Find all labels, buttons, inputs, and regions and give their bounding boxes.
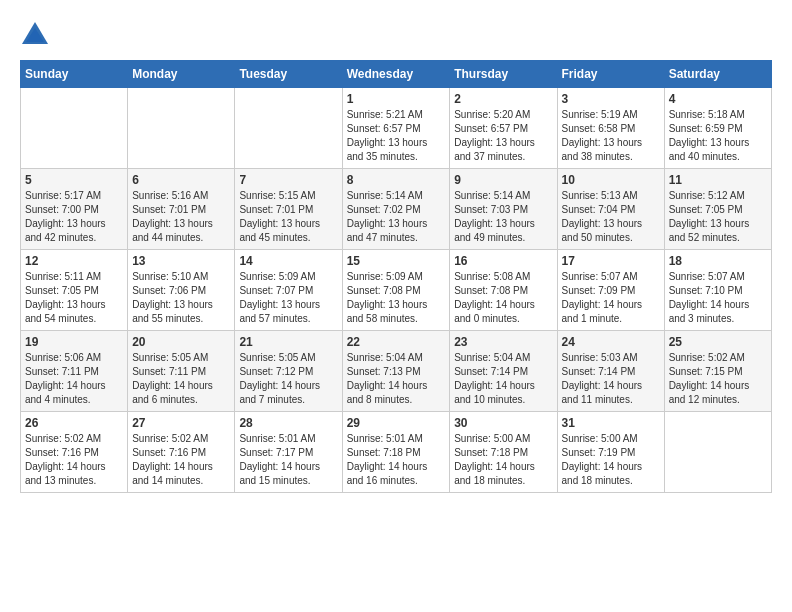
calendar-header: SundayMondayTuesdayWednesdayThursdayFrid… [21,61,772,88]
calendar-day-cell: 14Sunrise: 5:09 AM Sunset: 7:07 PM Dayli… [235,250,342,331]
day-detail: Sunrise: 5:19 AM Sunset: 6:58 PM Dayligh… [562,108,660,164]
calendar-day-cell: 25Sunrise: 5:02 AM Sunset: 7:15 PM Dayli… [664,331,771,412]
day-number: 17 [562,254,660,268]
calendar-day-cell: 12Sunrise: 5:11 AM Sunset: 7:05 PM Dayli… [21,250,128,331]
day-number: 1 [347,92,446,106]
header [20,20,772,50]
day-detail: Sunrise: 5:03 AM Sunset: 7:14 PM Dayligh… [562,351,660,407]
day-detail: Sunrise: 5:01 AM Sunset: 7:18 PM Dayligh… [347,432,446,488]
day-detail: Sunrise: 5:18 AM Sunset: 6:59 PM Dayligh… [669,108,767,164]
calendar-day-cell [21,88,128,169]
day-number: 26 [25,416,123,430]
calendar-day-cell: 5Sunrise: 5:17 AM Sunset: 7:00 PM Daylig… [21,169,128,250]
day-number: 23 [454,335,552,349]
day-number: 5 [25,173,123,187]
day-detail: Sunrise: 5:08 AM Sunset: 7:08 PM Dayligh… [454,270,552,326]
calendar-day-cell [128,88,235,169]
calendar-day-cell: 18Sunrise: 5:07 AM Sunset: 7:10 PM Dayli… [664,250,771,331]
day-detail: Sunrise: 5:14 AM Sunset: 7:03 PM Dayligh… [454,189,552,245]
day-detail: Sunrise: 5:04 AM Sunset: 7:13 PM Dayligh… [347,351,446,407]
day-number: 2 [454,92,552,106]
day-number: 24 [562,335,660,349]
calendar-day-cell [235,88,342,169]
calendar-day-cell: 28Sunrise: 5:01 AM Sunset: 7:17 PM Dayli… [235,412,342,493]
weekday-header: Tuesday [235,61,342,88]
calendar-day-cell: 26Sunrise: 5:02 AM Sunset: 7:16 PM Dayli… [21,412,128,493]
day-detail: Sunrise: 5:07 AM Sunset: 7:09 PM Dayligh… [562,270,660,326]
calendar-week-row: 5Sunrise: 5:17 AM Sunset: 7:00 PM Daylig… [21,169,772,250]
weekday-header: Thursday [450,61,557,88]
day-number: 12 [25,254,123,268]
day-number: 11 [669,173,767,187]
calendar-day-cell: 11Sunrise: 5:12 AM Sunset: 7:05 PM Dayli… [664,169,771,250]
logo-icon [20,20,50,50]
day-detail: Sunrise: 5:09 AM Sunset: 7:08 PM Dayligh… [347,270,446,326]
day-number: 30 [454,416,552,430]
calendar-day-cell: 4Sunrise: 5:18 AM Sunset: 6:59 PM Daylig… [664,88,771,169]
day-number: 15 [347,254,446,268]
day-detail: Sunrise: 5:16 AM Sunset: 7:01 PM Dayligh… [132,189,230,245]
calendar-week-row: 26Sunrise: 5:02 AM Sunset: 7:16 PM Dayli… [21,412,772,493]
day-number: 8 [347,173,446,187]
day-detail: Sunrise: 5:13 AM Sunset: 7:04 PM Dayligh… [562,189,660,245]
day-number: 7 [239,173,337,187]
day-number: 10 [562,173,660,187]
calendar-day-cell: 20Sunrise: 5:05 AM Sunset: 7:11 PM Dayli… [128,331,235,412]
calendar-day-cell: 1Sunrise: 5:21 AM Sunset: 6:57 PM Daylig… [342,88,450,169]
calendar-week-row: 1Sunrise: 5:21 AM Sunset: 6:57 PM Daylig… [21,88,772,169]
day-number: 6 [132,173,230,187]
day-detail: Sunrise: 5:06 AM Sunset: 7:11 PM Dayligh… [25,351,123,407]
day-number: 3 [562,92,660,106]
calendar-day-cell: 17Sunrise: 5:07 AM Sunset: 7:09 PM Dayli… [557,250,664,331]
day-detail: Sunrise: 5:14 AM Sunset: 7:02 PM Dayligh… [347,189,446,245]
day-detail: Sunrise: 5:00 AM Sunset: 7:18 PM Dayligh… [454,432,552,488]
calendar-day-cell: 10Sunrise: 5:13 AM Sunset: 7:04 PM Dayli… [557,169,664,250]
calendar-body: 1Sunrise: 5:21 AM Sunset: 6:57 PM Daylig… [21,88,772,493]
weekday-header: Wednesday [342,61,450,88]
calendar-day-cell: 27Sunrise: 5:02 AM Sunset: 7:16 PM Dayli… [128,412,235,493]
calendar-day-cell [664,412,771,493]
weekday-header: Monday [128,61,235,88]
day-number: 14 [239,254,337,268]
calendar-day-cell: 8Sunrise: 5:14 AM Sunset: 7:02 PM Daylig… [342,169,450,250]
day-number: 4 [669,92,767,106]
day-detail: Sunrise: 5:20 AM Sunset: 6:57 PM Dayligh… [454,108,552,164]
calendar-week-row: 12Sunrise: 5:11 AM Sunset: 7:05 PM Dayli… [21,250,772,331]
day-detail: Sunrise: 5:05 AM Sunset: 7:12 PM Dayligh… [239,351,337,407]
day-detail: Sunrise: 5:05 AM Sunset: 7:11 PM Dayligh… [132,351,230,407]
calendar-day-cell: 22Sunrise: 5:04 AM Sunset: 7:13 PM Dayli… [342,331,450,412]
day-number: 27 [132,416,230,430]
day-detail: Sunrise: 5:01 AM Sunset: 7:17 PM Dayligh… [239,432,337,488]
calendar-day-cell: 30Sunrise: 5:00 AM Sunset: 7:18 PM Dayli… [450,412,557,493]
weekday-header: Saturday [664,61,771,88]
day-detail: Sunrise: 5:00 AM Sunset: 7:19 PM Dayligh… [562,432,660,488]
day-detail: Sunrise: 5:21 AM Sunset: 6:57 PM Dayligh… [347,108,446,164]
day-number: 31 [562,416,660,430]
calendar-day-cell: 7Sunrise: 5:15 AM Sunset: 7:01 PM Daylig… [235,169,342,250]
calendar-day-cell: 16Sunrise: 5:08 AM Sunset: 7:08 PM Dayli… [450,250,557,331]
day-number: 22 [347,335,446,349]
calendar-day-cell: 9Sunrise: 5:14 AM Sunset: 7:03 PM Daylig… [450,169,557,250]
day-detail: Sunrise: 5:02 AM Sunset: 7:16 PM Dayligh… [132,432,230,488]
day-detail: Sunrise: 5:09 AM Sunset: 7:07 PM Dayligh… [239,270,337,326]
day-detail: Sunrise: 5:10 AM Sunset: 7:06 PM Dayligh… [132,270,230,326]
logo [20,20,55,50]
day-number: 21 [239,335,337,349]
day-detail: Sunrise: 5:12 AM Sunset: 7:05 PM Dayligh… [669,189,767,245]
day-number: 9 [454,173,552,187]
day-detail: Sunrise: 5:02 AM Sunset: 7:16 PM Dayligh… [25,432,123,488]
calendar-day-cell: 15Sunrise: 5:09 AM Sunset: 7:08 PM Dayli… [342,250,450,331]
calendar-day-cell: 13Sunrise: 5:10 AM Sunset: 7:06 PM Dayli… [128,250,235,331]
day-number: 29 [347,416,446,430]
calendar-day-cell: 29Sunrise: 5:01 AM Sunset: 7:18 PM Dayli… [342,412,450,493]
day-number: 19 [25,335,123,349]
day-number: 28 [239,416,337,430]
calendar-day-cell: 6Sunrise: 5:16 AM Sunset: 7:01 PM Daylig… [128,169,235,250]
day-detail: Sunrise: 5:07 AM Sunset: 7:10 PM Dayligh… [669,270,767,326]
header-row: SundayMondayTuesdayWednesdayThursdayFrid… [21,61,772,88]
calendar-table: SundayMondayTuesdayWednesdayThursdayFrid… [20,60,772,493]
weekday-header: Friday [557,61,664,88]
day-number: 20 [132,335,230,349]
day-detail: Sunrise: 5:04 AM Sunset: 7:14 PM Dayligh… [454,351,552,407]
day-number: 13 [132,254,230,268]
